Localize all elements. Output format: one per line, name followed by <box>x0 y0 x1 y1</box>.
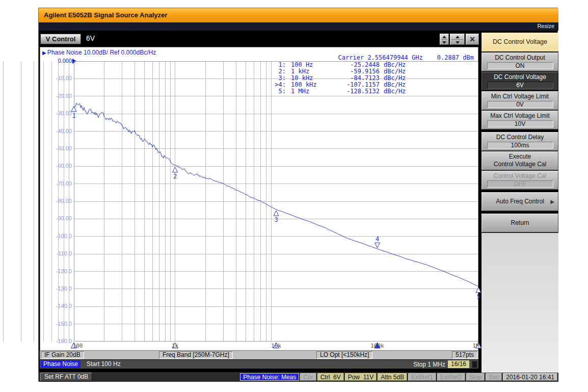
trace-marker-icon: ▶ <box>42 50 46 56</box>
softkey-value: 6V <box>487 82 553 89</box>
softkey-execute[interactable]: ExecuteControl Voltage Cal <box>482 151 558 170</box>
marker-triangle-icon[interactable] <box>274 211 279 216</box>
x-tick-label: 100 <box>73 343 83 349</box>
y-tick-label: -10.00 <box>40 74 72 82</box>
average-count-badge: 16/16 <box>448 360 469 368</box>
graph-svg: 12345 <box>74 61 478 350</box>
softkey-label: Auto Freq Control <box>482 194 558 210</box>
softkey-dc-control-voltage[interactable]: DC Control Voltage6V <box>482 72 558 91</box>
spin-down-icon[interactable] <box>456 41 460 44</box>
stop-freq-label: Stop 1 MHz <box>413 361 445 368</box>
set-rf-att-status: Set RF ATT 0dB <box>40 373 92 381</box>
carrier-readout: Carrier 2.556479944 GHz0.2887 dBm <box>338 54 474 61</box>
softkey-max-ctrl-voltage-limit[interactable]: Max Ctrl Voltage Limit10V <box>482 111 558 129</box>
marker-triangle-icon[interactable] <box>71 107 76 112</box>
title-bar: Agilent E5052B Signal Source Analyzer <box>39 8 558 22</box>
screen: Agilent E5052B Signal Source Analyzer Re… <box>0 0 588 392</box>
trace-bar-handle[interactable] <box>472 361 477 368</box>
if-gain-status: IF Gain 20dB <box>41 351 84 359</box>
marker-triangle-icon[interactable] <box>173 167 178 172</box>
softkey-value: ON <box>487 62 553 69</box>
fine-spinner[interactable] <box>440 34 449 45</box>
softkey-return[interactable]: Return <box>482 214 558 232</box>
softkey-value: 10V <box>487 120 553 127</box>
softkey-buttons: DC Control OutputONDC Control Voltage6VM… <box>482 53 558 232</box>
softkey-menu-header: DC Control Voltage <box>482 33 558 51</box>
marker-triangle-icon[interactable] <box>375 243 380 248</box>
trace-name-badge[interactable]: Phase Noise <box>41 360 81 368</box>
trace-status-bar: Phase Noise Start 100 Hz Stop 1 MHz 16/1… <box>40 360 478 369</box>
status-segment-svc: Svc <box>486 373 502 381</box>
menu-strip: Resize <box>39 22 558 31</box>
status-segment-stop: Stop <box>466 373 485 381</box>
resize-menu-item[interactable]: Resize <box>537 23 554 29</box>
status-segment-attn-5db: Attn 5dB <box>378 373 407 381</box>
svg-text:5: 5 <box>476 293 480 300</box>
x-tick-label: 100k <box>370 343 384 349</box>
plot-window: ▶Phase Noise 10.00dB/ Ref 0.000dBc/Hz Ca… <box>40 47 478 351</box>
y-tick-label: -90.00 <box>40 215 72 222</box>
carrier-freq: Carrier 2.556479944 GHz <box>338 54 423 61</box>
measurement-status-row: IF Gain 20dB Freq Band [250M-7GHz] LO Op… <box>40 351 478 359</box>
softkey-label: DC Control Output <box>482 54 558 62</box>
y-tick-label: -130.0 <box>40 285 72 293</box>
v-control-label[interactable]: V Control <box>40 34 81 44</box>
marker-table: 1:100 Hz-25.2448dBc/Hz 2:1 kHz-59.9156dB… <box>271 62 406 95</box>
softkey-min-ctrl-voltage-limit[interactable]: Min Ctrl Voltage Limit0V <box>482 91 558 110</box>
svg-text:2: 2 <box>173 173 177 180</box>
softkey-label: Return <box>482 215 558 231</box>
softkey-label: DC Control Delay <box>482 134 558 141</box>
carrier-power: 0.2887 dBm <box>437 54 474 61</box>
y-tick-label: -140.0 <box>40 302 72 310</box>
start-freq-label: Start 100 Hz <box>87 360 121 368</box>
softkey-menu-filler <box>482 233 558 373</box>
instrument-status-bar: Set RF ATT 0dB Phase Noise: MeasCorCtrl … <box>39 372 558 382</box>
y-tick-label: -70.00 <box>40 180 72 188</box>
trace-marker-3[interactable]: 3 <box>274 211 279 223</box>
softkey-value: 0V <box>487 101 553 108</box>
softkey-menu: DC Control Voltage DC Control OutputONDC… <box>482 33 558 372</box>
y-tick-label: -120.0 <box>40 268 72 275</box>
v-control-value[interactable]: 6V <box>86 34 95 42</box>
spin-up-icon[interactable] <box>442 36 446 38</box>
marker-number: 5: <box>271 88 286 95</box>
status-segment-2016-01-20-16-41: 2016-01-20 16:41 <box>503 373 557 381</box>
status-segment-cor: Cor <box>300 373 316 381</box>
spin-up-icon[interactable] <box>456 36 460 38</box>
softkey-dc-control-output[interactable]: DC Control OutputON <box>482 53 558 71</box>
trace-marker-4[interactable]: 4 <box>375 236 380 248</box>
close-icon[interactable]: × <box>466 34 479 45</box>
trace-marker-2[interactable]: 2 <box>173 167 178 180</box>
softkey-control-voltage-cal[interactable]: Control Voltage CalOFF <box>482 171 558 190</box>
marker-table-row: 5:1 MHz-128.5132dBc/Hz <box>271 88 406 95</box>
status-segment-ctrl-6v: Ctrl 6V <box>317 373 344 381</box>
svg-text:1: 1 <box>72 112 75 119</box>
trace-title: ▶Phase Noise 10.00dB/ Ref 0.000dBc/Hz <box>42 49 156 56</box>
marker-triangle-icon[interactable] <box>476 288 481 293</box>
softkey-label: Control Voltage Cal <box>482 172 558 180</box>
trace-marker-1[interactable]: 1 <box>71 107 76 119</box>
app-window: Agilent E5052B Signal Source Analyzer Re… <box>38 8 558 381</box>
points-status: 517pts <box>452 351 477 359</box>
freq-band-status: Freq Band [250M-7GHz] <box>159 351 233 359</box>
y-tick-label: -20.00 <box>40 92 72 100</box>
softkey-dc-control-delay[interactable]: DC Control Delay100ms <box>482 132 558 151</box>
spin-down-icon[interactable] <box>442 41 446 44</box>
y-tick-label: 0.000 <box>40 57 72 65</box>
lo-opt-status: LO Opt [<150kHz] <box>316 351 372 359</box>
coarse-spinner[interactable] <box>450 34 465 45</box>
y-tick-label: -50.00 <box>40 145 72 152</box>
window-title: Agilent E5052B Signal Source Analyzer <box>44 11 167 19</box>
y-tick-label: -40.00 <box>40 127 72 135</box>
y-tick-label: -110.0 <box>40 250 72 257</box>
y-tick-label: -80.00 <box>40 197 72 205</box>
softkey-label: Max Ctrl Voltage Limit <box>482 112 558 120</box>
trace-marker-5[interactable]: 5 <box>476 288 481 300</box>
y-tick-label: -160.0 <box>40 337 72 345</box>
softkey-auto-freq-control[interactable]: Auto Freq Control▶ <box>482 192 558 211</box>
submenu-arrow-icon: ▶ <box>550 199 554 204</box>
svg-text:4: 4 <box>376 236 379 243</box>
y-tick-label: -30.00 <box>40 110 72 117</box>
status-segments: Phase Noise: MeasCorCtrl 6VPow 11VAttn 5… <box>240 373 557 381</box>
x-tick-label: 1M <box>472 343 479 349</box>
